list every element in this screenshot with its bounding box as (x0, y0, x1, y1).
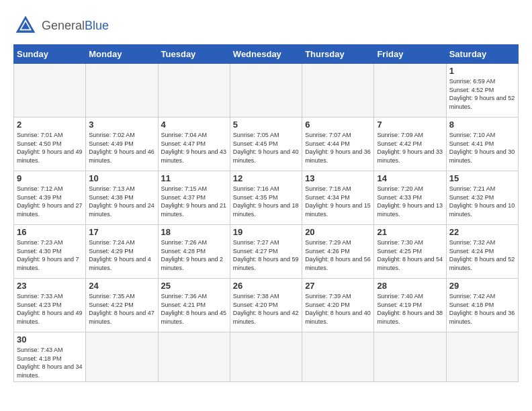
day-cell: 6Sunrise: 7:07 AM Sunset: 4:44 PM Daylig… (302, 118, 374, 171)
weekday-saturday: Saturday (446, 45, 518, 64)
day-cell (86, 64, 158, 118)
logo-text: GeneralBlue (42, 19, 109, 33)
page: GeneralBlue SundayMondayTuesdayWednesday… (0, 0, 532, 389)
day-cell: 14Sunrise: 7:20 AM Sunset: 4:33 PM Dayli… (374, 171, 446, 225)
day-info: Sunrise: 7:43 AM Sunset: 4:18 PM Dayligh… (17, 346, 83, 379)
day-cell: 19Sunrise: 7:27 AM Sunset: 4:27 PM Dayli… (230, 225, 302, 279)
day-cell: 17Sunrise: 7:24 AM Sunset: 4:29 PM Dayli… (86, 225, 158, 279)
day-cell: 27Sunrise: 7:39 AM Sunset: 4:20 PM Dayli… (302, 279, 374, 332)
day-cell (302, 332, 374, 382)
day-cell (302, 64, 374, 118)
day-number: 3 (89, 120, 154, 130)
logo-icon (13, 13, 38, 38)
day-number: 22 (449, 227, 515, 237)
day-number: 10 (89, 173, 154, 183)
logo: GeneralBlue (13, 13, 109, 38)
day-cell: 25Sunrise: 7:36 AM Sunset: 4:21 PM Dayli… (158, 279, 230, 332)
day-info: Sunrise: 7:18 AM Sunset: 4:34 PM Dayligh… (305, 185, 371, 218)
day-cell: 21Sunrise: 7:30 AM Sunset: 4:25 PM Dayli… (374, 225, 446, 279)
day-number: 18 (161, 227, 227, 237)
day-info: Sunrise: 7:01 AM Sunset: 4:50 PM Dayligh… (17, 131, 83, 165)
day-info: Sunrise: 7:13 AM Sunset: 4:38 PM Dayligh… (89, 185, 154, 218)
day-info: Sunrise: 7:29 AM Sunset: 4:26 PM Dayligh… (305, 238, 371, 272)
day-number: 1 (449, 66, 515, 76)
day-info: Sunrise: 7:20 AM Sunset: 4:33 PM Dayligh… (377, 185, 443, 218)
day-info: Sunrise: 7:26 AM Sunset: 4:28 PM Dayligh… (161, 238, 227, 272)
day-number: 9 (17, 173, 83, 183)
day-cell (14, 64, 86, 118)
day-cell: 8Sunrise: 7:10 AM Sunset: 4:41 PM Daylig… (446, 118, 518, 171)
day-info: Sunrise: 7:05 AM Sunset: 4:45 PM Dayligh… (233, 131, 299, 165)
day-number: 2 (17, 120, 83, 130)
day-cell: 29Sunrise: 7:42 AM Sunset: 4:18 PM Dayli… (446, 279, 518, 332)
weekday-friday: Friday (374, 45, 446, 64)
day-info: Sunrise: 7:04 AM Sunset: 4:47 PM Dayligh… (161, 131, 227, 165)
day-number: 30 (17, 334, 83, 345)
day-cell (446, 332, 518, 382)
day-cell: 22Sunrise: 7:32 AM Sunset: 4:24 PM Dayli… (446, 225, 518, 279)
day-number: 17 (89, 227, 154, 237)
day-cell (374, 332, 446, 382)
day-cell: 10Sunrise: 7:13 AM Sunset: 4:38 PM Dayli… (86, 171, 158, 225)
day-cell (230, 64, 302, 118)
day-cell: 13Sunrise: 7:18 AM Sunset: 4:34 PM Dayli… (302, 171, 374, 225)
day-cell: 12Sunrise: 7:16 AM Sunset: 4:35 PM Dayli… (230, 171, 302, 225)
header: GeneralBlue (13, 13, 519, 38)
day-cell: 28Sunrise: 7:40 AM Sunset: 4:19 PM Dayli… (374, 279, 446, 332)
day-info: Sunrise: 6:59 AM Sunset: 4:52 PM Dayligh… (449, 77, 515, 111)
day-info: Sunrise: 7:07 AM Sunset: 4:44 PM Dayligh… (305, 131, 371, 165)
day-cell: 18Sunrise: 7:26 AM Sunset: 4:28 PM Dayli… (158, 225, 230, 279)
day-cell (374, 64, 446, 118)
weekday-sunday: Sunday (14, 45, 86, 64)
day-number: 25 (161, 281, 227, 291)
day-number: 11 (161, 173, 227, 183)
week-row-6: 30Sunrise: 7:43 AM Sunset: 4:18 PM Dayli… (14, 332, 519, 382)
day-number: 13 (305, 173, 371, 183)
day-cell: 7Sunrise: 7:09 AM Sunset: 4:42 PM Daylig… (374, 118, 446, 171)
day-cell: 9Sunrise: 7:12 AM Sunset: 4:39 PM Daylig… (14, 171, 86, 225)
day-info: Sunrise: 7:38 AM Sunset: 4:20 PM Dayligh… (233, 292, 299, 326)
day-cell: 16Sunrise: 7:23 AM Sunset: 4:30 PM Dayli… (14, 225, 86, 279)
calendar: SundayMondayTuesdayWednesdayThursdayFrid… (13, 44, 519, 382)
day-info: Sunrise: 7:10 AM Sunset: 4:41 PM Dayligh… (449, 131, 515, 165)
day-cell (158, 64, 230, 118)
day-cell: 2Sunrise: 7:01 AM Sunset: 4:50 PM Daylig… (14, 118, 86, 171)
day-info: Sunrise: 7:21 AM Sunset: 4:32 PM Dayligh… (449, 185, 515, 218)
day-info: Sunrise: 7:23 AM Sunset: 4:30 PM Dayligh… (17, 238, 83, 272)
weekday-header-row: SundayMondayTuesdayWednesdayThursdayFrid… (14, 45, 519, 64)
day-number: 23 (17, 281, 83, 291)
day-cell: 30Sunrise: 7:43 AM Sunset: 4:18 PM Dayli… (14, 332, 86, 382)
day-number: 29 (449, 281, 515, 291)
week-row-5: 23Sunrise: 7:33 AM Sunset: 4:23 PM Dayli… (14, 279, 519, 332)
day-info: Sunrise: 7:40 AM Sunset: 4:19 PM Dayligh… (377, 292, 443, 326)
day-info: Sunrise: 7:16 AM Sunset: 4:35 PM Dayligh… (233, 185, 299, 218)
day-number: 21 (377, 227, 443, 237)
day-cell: 1Sunrise: 6:59 AM Sunset: 4:52 PM Daylig… (446, 64, 518, 118)
day-number: 26 (233, 281, 299, 291)
day-cell (158, 332, 230, 382)
day-number: 4 (161, 120, 227, 130)
day-number: 27 (305, 281, 371, 291)
day-info: Sunrise: 7:42 AM Sunset: 4:18 PM Dayligh… (449, 292, 515, 326)
day-info: Sunrise: 7:24 AM Sunset: 4:29 PM Dayligh… (89, 238, 154, 272)
weekday-monday: Monday (86, 45, 158, 64)
day-info: Sunrise: 7:27 AM Sunset: 4:27 PM Dayligh… (233, 238, 299, 272)
day-number: 12 (233, 173, 299, 183)
day-cell (230, 332, 302, 382)
day-cell: 24Sunrise: 7:35 AM Sunset: 4:22 PM Dayli… (86, 279, 158, 332)
day-info: Sunrise: 7:32 AM Sunset: 4:24 PM Dayligh… (449, 238, 515, 272)
day-number: 7 (377, 120, 443, 130)
week-row-4: 16Sunrise: 7:23 AM Sunset: 4:30 PM Dayli… (14, 225, 519, 279)
day-cell: 26Sunrise: 7:38 AM Sunset: 4:20 PM Dayli… (230, 279, 302, 332)
day-info: Sunrise: 7:35 AM Sunset: 4:22 PM Dayligh… (89, 292, 154, 326)
day-cell: 5Sunrise: 7:05 AM Sunset: 4:45 PM Daylig… (230, 118, 302, 171)
day-cell: 15Sunrise: 7:21 AM Sunset: 4:32 PM Dayli… (446, 171, 518, 225)
day-number: 16 (17, 227, 83, 237)
day-cell (86, 332, 158, 382)
day-cell: 20Sunrise: 7:29 AM Sunset: 4:26 PM Dayli… (302, 225, 374, 279)
day-cell: 11Sunrise: 7:15 AM Sunset: 4:37 PM Dayli… (158, 171, 230, 225)
day-info: Sunrise: 7:33 AM Sunset: 4:23 PM Dayligh… (17, 292, 83, 326)
day-number: 24 (89, 281, 154, 291)
day-info: Sunrise: 7:09 AM Sunset: 4:42 PM Dayligh… (377, 131, 443, 165)
day-cell: 3Sunrise: 7:02 AM Sunset: 4:49 PM Daylig… (86, 118, 158, 171)
